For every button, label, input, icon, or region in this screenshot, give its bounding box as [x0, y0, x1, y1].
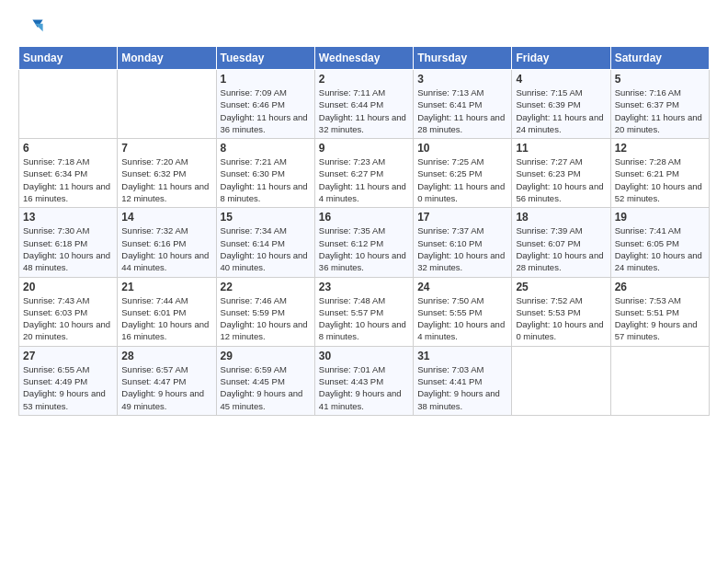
day-info: Sunrise: 7:35 AM Sunset: 6:12 PM Dayligh… — [319, 224, 409, 273]
day-number: 8 — [221, 142, 311, 155]
day-number: 28 — [121, 350, 211, 362]
calendar-cell: 26Sunrise: 7:53 AM Sunset: 5:51 PM Dayli… — [610, 277, 709, 346]
calendar-cell: 2Sunrise: 7:11 AM Sunset: 6:44 PM Daylig… — [314, 70, 413, 139]
calendar-cell: 27Sunrise: 6:55 AM Sunset: 4:49 PM Dayli… — [19, 346, 118, 415]
calendar-cell: 7Sunrise: 7:20 AM Sunset: 6:32 PM Daylig… — [118, 139, 216, 208]
logo-icon — [18, 15, 44, 40]
week-row-3: 13Sunrise: 7:30 AM Sunset: 6:18 PM Dayli… — [19, 208, 710, 277]
week-row-5: 27Sunrise: 6:55 AM Sunset: 4:49 PM Dayli… — [19, 346, 710, 415]
calendar-cell: 9Sunrise: 7:23 AM Sunset: 6:27 PM Daylig… — [314, 139, 413, 208]
day-info: Sunrise: 7:32 AM Sunset: 6:16 PM Dayligh… — [121, 224, 211, 273]
day-number: 9 — [319, 142, 409, 155]
day-info: Sunrise: 7:41 AM Sunset: 6:05 PM Dayligh… — [615, 224, 705, 273]
day-number: 19 — [615, 211, 705, 224]
day-info: Sunrise: 7:20 AM Sunset: 6:32 PM Dayligh… — [121, 155, 211, 204]
calendar-cell: 17Sunrise: 7:37 AM Sunset: 6:10 PM Dayli… — [414, 208, 512, 277]
week-row-1: 1Sunrise: 7:09 AM Sunset: 6:46 PM Daylig… — [19, 70, 710, 139]
calendar-cell: 5Sunrise: 7:16 AM Sunset: 6:37 PM Daylig… — [610, 70, 709, 139]
header-area — [18, 15, 710, 40]
day-info: Sunrise: 7:21 AM Sunset: 6:30 PM Dayligh… — [221, 155, 311, 204]
day-info: Sunrise: 7:52 AM Sunset: 5:53 PM Dayligh… — [516, 294, 606, 343]
calendar-cell: 24Sunrise: 7:50 AM Sunset: 5:55 PM Dayli… — [414, 277, 512, 346]
calendar-cell: 31Sunrise: 7:03 AM Sunset: 4:41 PM Dayli… — [414, 346, 512, 415]
day-number: 27 — [23, 350, 113, 362]
calendar-cell — [118, 70, 216, 139]
day-info: Sunrise: 6:55 AM Sunset: 4:49 PM Dayligh… — [23, 363, 113, 412]
day-number: 5 — [615, 73, 705, 86]
day-info: Sunrise: 7:46 AM Sunset: 5:59 PM Dayligh… — [221, 294, 311, 343]
day-number: 22 — [221, 281, 311, 293]
day-info: Sunrise: 7:43 AM Sunset: 6:03 PM Dayligh… — [23, 294, 113, 343]
day-info: Sunrise: 7:01 AM Sunset: 4:43 PM Dayligh… — [319, 363, 409, 412]
day-number: 26 — [615, 281, 705, 293]
day-number: 4 — [516, 73, 606, 86]
day-info: Sunrise: 6:59 AM Sunset: 4:45 PM Dayligh… — [221, 363, 311, 412]
header-cell-monday: Monday — [118, 47, 216, 70]
header-cell-thursday: Thursday — [414, 47, 512, 70]
header-cell-tuesday: Tuesday — [216, 47, 314, 70]
day-info: Sunrise: 7:39 AM Sunset: 6:07 PM Dayligh… — [516, 224, 606, 273]
day-info: Sunrise: 7:23 AM Sunset: 6:27 PM Dayligh… — [319, 155, 409, 204]
day-number: 11 — [516, 142, 606, 155]
calendar-cell: 29Sunrise: 6:59 AM Sunset: 4:45 PM Dayli… — [216, 346, 314, 415]
calendar-cell: 20Sunrise: 7:43 AM Sunset: 6:03 PM Dayli… — [19, 277, 118, 346]
day-number: 23 — [319, 281, 409, 293]
calendar-cell: 21Sunrise: 7:44 AM Sunset: 6:01 PM Dayli… — [118, 277, 216, 346]
day-number: 24 — [417, 281, 507, 293]
day-number: 30 — [319, 350, 409, 362]
day-info: Sunrise: 6:57 AM Sunset: 4:47 PM Dayligh… — [121, 363, 211, 412]
calendar-cell — [512, 346, 610, 415]
calendar-table: SundayMondayTuesdayWednesdayThursdayFrid… — [18, 46, 710, 416]
day-info: Sunrise: 7:34 AM Sunset: 6:14 PM Dayligh… — [221, 224, 311, 273]
calendar-cell: 22Sunrise: 7:46 AM Sunset: 5:59 PM Dayli… — [216, 277, 314, 346]
day-number: 2 — [319, 73, 409, 86]
day-number: 6 — [23, 142, 113, 155]
header-cell-sunday: Sunday — [19, 47, 118, 70]
calendar-cell: 15Sunrise: 7:34 AM Sunset: 6:14 PM Dayli… — [216, 208, 314, 277]
day-number: 15 — [221, 211, 311, 224]
day-number: 18 — [516, 211, 606, 224]
calendar-cell: 8Sunrise: 7:21 AM Sunset: 6:30 PM Daylig… — [216, 139, 314, 208]
calendar-cell: 28Sunrise: 6:57 AM Sunset: 4:47 PM Dayli… — [118, 346, 216, 415]
calendar-cell: 11Sunrise: 7:27 AM Sunset: 6:23 PM Dayli… — [512, 139, 610, 208]
day-number: 3 — [417, 73, 507, 86]
day-number: 29 — [221, 350, 311, 362]
calendar-cell: 25Sunrise: 7:52 AM Sunset: 5:53 PM Dayli… — [512, 277, 610, 346]
calendar-cell: 16Sunrise: 7:35 AM Sunset: 6:12 PM Dayli… — [314, 208, 413, 277]
calendar-cell: 10Sunrise: 7:25 AM Sunset: 6:25 PM Dayli… — [414, 139, 512, 208]
calendar-header: SundayMondayTuesdayWednesdayThursdayFrid… — [19, 47, 710, 70]
calendar-cell — [19, 70, 118, 139]
calendar-cell: 12Sunrise: 7:28 AM Sunset: 6:21 PM Dayli… — [610, 139, 709, 208]
day-info: Sunrise: 7:53 AM Sunset: 5:51 PM Dayligh… — [615, 294, 705, 343]
header-cell-saturday: Saturday — [610, 47, 709, 70]
calendar-cell: 1Sunrise: 7:09 AM Sunset: 6:46 PM Daylig… — [216, 70, 314, 139]
week-row-2: 6Sunrise: 7:18 AM Sunset: 6:34 PM Daylig… — [19, 139, 710, 208]
day-number: 17 — [417, 211, 507, 224]
day-number: 7 — [121, 142, 211, 155]
day-number: 12 — [615, 142, 705, 155]
page: SundayMondayTuesdayWednesdayThursdayFrid… — [0, 0, 728, 563]
header-cell-wednesday: Wednesday — [314, 47, 413, 70]
day-number: 10 — [417, 142, 507, 155]
day-info: Sunrise: 7:25 AM Sunset: 6:25 PM Dayligh… — [417, 155, 507, 204]
day-number: 21 — [121, 281, 211, 293]
header-cell-friday: Friday — [512, 47, 610, 70]
day-info: Sunrise: 7:18 AM Sunset: 6:34 PM Dayligh… — [23, 155, 113, 204]
calendar-cell: 14Sunrise: 7:32 AM Sunset: 6:16 PM Dayli… — [118, 208, 216, 277]
calendar-cell: 19Sunrise: 7:41 AM Sunset: 6:05 PM Dayli… — [610, 208, 709, 277]
calendar-cell: 13Sunrise: 7:30 AM Sunset: 6:18 PM Dayli… — [19, 208, 118, 277]
week-row-4: 20Sunrise: 7:43 AM Sunset: 6:03 PM Dayli… — [19, 277, 710, 346]
day-info: Sunrise: 7:44 AM Sunset: 6:01 PM Dayligh… — [121, 294, 211, 343]
day-number: 25 — [516, 281, 606, 293]
calendar-cell — [610, 346, 709, 415]
logo — [18, 15, 46, 40]
day-info: Sunrise: 7:09 AM Sunset: 6:46 PM Dayligh… — [221, 86, 311, 135]
calendar-cell: 30Sunrise: 7:01 AM Sunset: 4:43 PM Dayli… — [314, 346, 413, 415]
day-info: Sunrise: 7:30 AM Sunset: 6:18 PM Dayligh… — [23, 224, 113, 273]
day-number: 16 — [319, 211, 409, 224]
day-number: 1 — [221, 73, 311, 86]
calendar-cell: 18Sunrise: 7:39 AM Sunset: 6:07 PM Dayli… — [512, 208, 610, 277]
day-number: 14 — [121, 211, 211, 224]
day-info: Sunrise: 7:28 AM Sunset: 6:21 PM Dayligh… — [615, 155, 705, 204]
calendar-body: 1Sunrise: 7:09 AM Sunset: 6:46 PM Daylig… — [19, 70, 710, 416]
